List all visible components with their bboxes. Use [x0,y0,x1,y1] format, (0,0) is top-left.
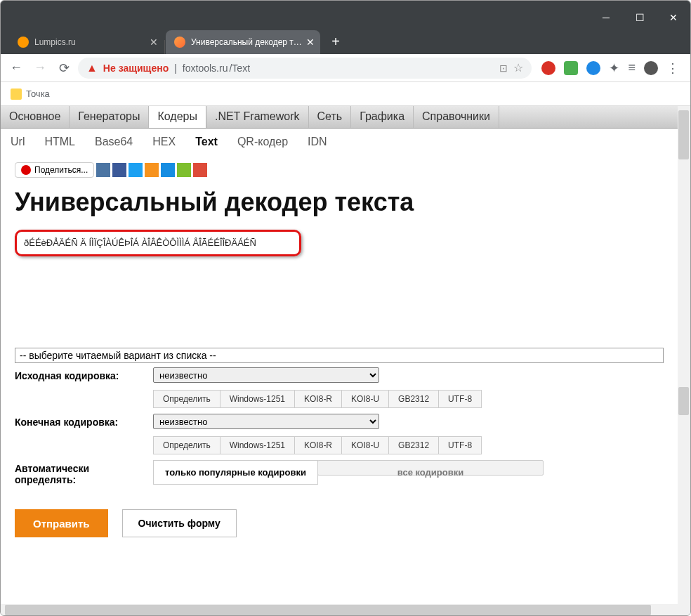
submit-button[interactable]: Отправить [15,509,108,537]
label-source-encoding: Исходная кодировка: [15,367,145,381]
bookmarks-bar: Точка [1,82,690,106]
tab-close-icon[interactable]: ✕ [150,37,158,48]
profile-avatar[interactable] [644,61,658,75]
subnav-idn[interactable]: IDN [298,131,337,152]
subnav-html[interactable]: HTML [34,131,85,152]
reload-button[interactable]: ⟳ [54,58,74,78]
tab-title: Универсальный декодер текста [191,37,303,47]
vscroll-thumb2[interactable] [678,387,689,415]
extensions-icon[interactable]: ✦ [609,60,619,76]
source-encoding-select[interactable]: неизвестно [153,367,379,383]
gplus-icon[interactable] [193,163,207,177]
src-btn-koi8r[interactable]: KOI8-R [294,390,342,408]
tgt-btn-win1251[interactable]: Windows-1251 [220,436,295,454]
browser-titlebar: ─ ☐ ✕ Lumpics.ru ✕ Универсальный декодер… [1,1,690,54]
ext-icon-music[interactable] [564,61,578,75]
mail-icon[interactable] [161,163,175,177]
share-button[interactable]: Поделиться... [15,162,94,178]
nav-dotnet[interactable]: .NET Framework [206,106,309,128]
forward-button[interactable]: → [30,58,50,78]
ext-icon-globe[interactable] [586,61,600,75]
page-title: Универсальный декодер текста [15,188,664,217]
bookmark-folder-icon [11,89,22,100]
vscroll-thumb[interactable] [678,110,689,159]
tgt-btn-koi8u[interactable]: KOI8-U [341,436,389,454]
page-content: Основное Генераторы Кодеры .NET Framewor… [1,106,678,616]
subnav-url[interactable]: Url [1,131,34,152]
tab-strip: Lumpics.ru ✕ Универсальный декодер текст… [1,27,346,54]
url-host: foxtools.ru [183,63,228,74]
main-nav: Основное Генераторы Кодеры .NET Framewor… [1,106,678,129]
translate-icon[interactable]: ⊡ [499,63,508,74]
subnav-hex[interactable]: HEX [143,131,185,152]
ext-icon-o[interactable] [541,61,555,75]
label-auto-detect: Автоматически определять: [15,460,145,485]
minimize-icon[interactable]: ─ [599,11,613,25]
url-separator: | [174,63,177,74]
hscroll-thumb[interactable] [5,605,651,615]
subnav-qr[interactable]: QR-кодер [228,131,298,152]
ok-icon[interactable] [145,163,159,177]
favicon-lumpics [18,37,29,48]
tgt-btn-koi8r[interactable]: KOI8-R [294,436,342,454]
reading-list-icon[interactable]: ≡ [628,60,636,75]
share-row: Поделиться... [15,162,664,178]
tgt-btn-detect[interactable]: Определить [153,436,221,454]
subnav-base64[interactable]: Base64 [85,131,143,152]
nav-network[interactable]: Сеть [309,106,352,128]
src-btn-utf8[interactable]: UTF-8 [438,390,482,408]
bookmark-item[interactable]: Точка [26,89,50,99]
clear-button[interactable]: Очистить форму [122,509,237,537]
twitter-icon[interactable] [129,163,143,177]
back-button[interactable]: ← [6,58,26,78]
nav-reference[interactable]: Справочники [414,106,499,128]
share-icon [21,165,31,175]
target-encoding-select[interactable]: неизвестно [153,414,379,429]
tab-title: Lumpics.ru [34,37,76,47]
garbled-text: ðÉÉèÐÅÄÉÑ Ä ÍÌÏÇÎÀÚÊÞÎÁ ÀÎÂÊÒÔÌÌÌÁ ÅÎÃÉÉ… [24,237,256,248]
auto-all-button[interactable]: все кодировки [317,460,544,476]
menu-icon[interactable]: ⋮ [666,60,679,76]
tab-close-icon[interactable]: ✕ [306,37,315,48]
share-label: Поделиться... [34,165,88,175]
tgt-btn-gb2312[interactable]: GB2312 [388,436,439,454]
src-btn-gb2312[interactable]: GB2312 [388,390,439,408]
maximize-icon[interactable]: ☐ [633,11,647,25]
warning-icon: ▲ [86,62,98,74]
subnav-text[interactable]: Text [185,131,228,152]
variant-placeholder: -- выберите читаемый вариант из списка -… [20,350,216,361]
star-icon[interactable]: ☆ [513,61,523,74]
tgt-btn-utf8[interactable]: UTF-8 [438,436,482,454]
favicon-foxtools [174,37,185,48]
tab-separator [164,40,165,54]
new-tab-button[interactable]: + [326,32,346,51]
src-btn-win1251[interactable]: Windows-1251 [220,390,295,408]
tab-lumpics[interactable]: Lumpics.ru ✕ [9,30,164,54]
nav-main[interactable]: Основное [1,106,70,128]
vk-icon[interactable] [96,163,110,177]
nav-generators[interactable]: Генераторы [70,106,149,128]
tab-foxtools[interactable]: Универсальный декодер текста ✕ [166,30,320,54]
not-secure-label: Не защищено [103,63,169,74]
lj-icon[interactable] [177,163,191,177]
url-path: /Text [229,63,250,74]
vertical-scrollbar[interactable] [678,106,690,616]
extension-icons: ✦ ≡ ⋮ [536,60,685,76]
close-icon[interactable]: ✕ [666,11,680,25]
facebook-icon[interactable] [112,163,126,177]
src-btn-detect[interactable]: Определить [153,390,221,408]
sub-nav: Url HTML Base64 HEX Text QR-кодер IDN [1,129,678,155]
address-bar[interactable]: ▲ Не защищено | foxtools.ru/Text ⊡ ☆ [78,58,532,79]
auto-popular-button[interactable]: только популярные кодировки [153,460,318,485]
src-btn-koi8u[interactable]: KOI8-U [341,390,389,408]
nav-coders[interactable]: Кодеры [149,106,206,128]
variant-select[interactable]: -- выберите читаемый вариант из списка -… [15,348,664,363]
address-bar-row: ← → ⟳ ▲ Не защищено | foxtools.ru/Text ⊡… [1,54,690,82]
highlighted-input-box[interactable]: ðÉÉèÐÅÄÉÑ Ä ÍÌÏÇÎÀÚÊÞÎÁ ÀÎÂÊÒÔÌÌÌÁ ÅÎÃÉÉ… [15,230,301,256]
horizontal-scrollbar[interactable] [1,604,678,616]
nav-graphics[interactable]: Графика [351,106,414,128]
label-target-encoding: Конечная кодировка: [15,414,145,428]
